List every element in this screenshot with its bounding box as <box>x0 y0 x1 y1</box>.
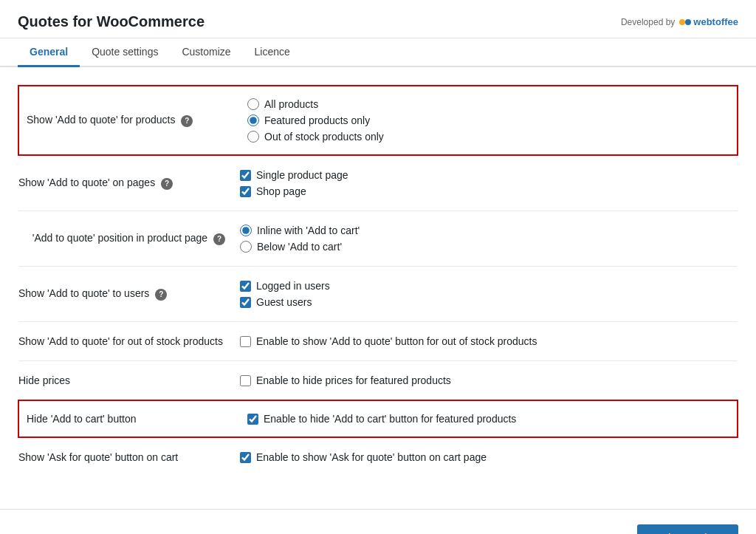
radio-input-all-products[interactable] <box>247 98 259 110</box>
footer-bar: Update settings <box>0 509 756 534</box>
radio-below-cart[interactable]: Below 'Add to cart' <box>240 241 738 253</box>
label-out-of-stock: Show 'Add to quote' for out of stock pro… <box>18 322 240 361</box>
checkbox-group-users: Logged in users Guest users <box>240 280 738 308</box>
setting-row-hide-prices: Hide prices Enable to hide prices for fe… <box>18 361 738 401</box>
tab-general[interactable]: General <box>18 38 80 67</box>
checkbox-group-pages: Single product page Shop page <box>240 169 738 197</box>
settings-content: Show 'Add to quote' for products ? All p… <box>0 67 756 494</box>
label-show-add-to-quote-products: Show 'Add to quote' for products ? <box>18 86 240 155</box>
developer-credit: Developed by webtoffee <box>621 16 738 29</box>
checkbox-input-guest[interactable] <box>240 297 251 308</box>
page-title: Quotes for WooCommerce <box>18 13 205 30</box>
radio-input-out-of-stock-products[interactable] <box>247 131 259 143</box>
checkbox-single-product-page[interactable]: Single product page <box>240 169 738 181</box>
radio-input-inline[interactable] <box>240 225 252 236</box>
radio-out-of-stock-products[interactable]: Out of stock products only <box>247 131 729 143</box>
tab-bar: General Quote settings Customize Licence <box>0 38 756 67</box>
checkbox-input-hide-add-to-cart[interactable] <box>247 414 258 425</box>
tab-quote-settings[interactable]: Quote settings <box>80 38 170 67</box>
checkbox-input-logged-in[interactable] <box>240 281 251 292</box>
checkbox-out-of-stock-enable[interactable]: Enable to show 'Add to quote' button for… <box>240 335 738 347</box>
label-show-on-pages: Show 'Add to quote' on pages ? <box>18 155 240 211</box>
setting-row-position: 'Add to quote' position in product page … <box>18 211 738 267</box>
checkbox-input-shop[interactable] <box>240 186 251 197</box>
page-header: Quotes for WooCommerce Developed by webt… <box>0 0 756 38</box>
control-hide-add-to-cart: Enable to hide 'Add to cart' button for … <box>240 400 738 437</box>
help-icon-show-on-pages[interactable]: ? <box>161 178 173 190</box>
tab-licence[interactable]: Licence <box>243 38 302 67</box>
checkbox-input-out-of-stock[interactable] <box>240 336 251 347</box>
svg-point-1 <box>685 19 691 25</box>
radio-group-products: All products Featured products only Out … <box>247 98 729 143</box>
control-position: Inline with 'Add to cart' Below 'Add to … <box>240 211 738 267</box>
checkbox-input-single-product[interactable] <box>240 170 251 181</box>
label-hide-add-to-cart: Hide 'Add to cart' button <box>18 400 240 437</box>
webtoffee-icon <box>678 16 692 29</box>
label-show-to-users: Show 'Add to quote' to users ? <box>18 267 240 322</box>
radio-all-products[interactable]: All products <box>247 98 729 110</box>
control-out-of-stock: Enable to show 'Add to quote' button for… <box>240 322 738 361</box>
checkbox-input-ask-for-quote-cart[interactable] <box>240 452 251 463</box>
checkbox-guest-users[interactable]: Guest users <box>240 296 738 308</box>
checkbox-ask-for-quote-cart-enable[interactable]: Enable to show 'Ask for quote' button on… <box>240 451 738 463</box>
radio-inline-with-cart[interactable]: Inline with 'Add to cart' <box>240 225 738 236</box>
setting-row-hide-add-to-cart: Hide 'Add to cart' button Enable to hide… <box>18 400 738 437</box>
help-icon-position[interactable]: ? <box>213 233 225 245</box>
checkbox-hide-prices-enable[interactable]: Enable to hide prices for featured produ… <box>240 374 738 386</box>
checkbox-hide-add-to-cart-enable[interactable]: Enable to hide 'Add to cart' button for … <box>247 413 729 425</box>
setting-row-show-on-pages: Show 'Add to quote' on pages ? Single pr… <box>18 155 738 211</box>
setting-row-out-of-stock: Show 'Add to quote' for out of stock pro… <box>18 322 738 361</box>
help-icon-show-to-users[interactable]: ? <box>155 289 167 301</box>
radio-input-below[interactable] <box>240 241 252 253</box>
radio-featured-products[interactable]: Featured products only <box>247 114 729 126</box>
tab-customize[interactable]: Customize <box>170 38 242 67</box>
setting-row-show-add-to-quote-products: Show 'Add to quote' for products ? All p… <box>18 86 738 155</box>
control-show-to-users: Logged in users Guest users <box>240 267 738 322</box>
webtoffee-logo: webtoffee <box>678 16 738 29</box>
setting-row-show-to-users: Show 'Add to quote' to users ? Logged in… <box>18 267 738 322</box>
svg-point-0 <box>679 19 685 25</box>
setting-row-ask-for-quote-cart: Show 'Ask for quote' button on cart Enab… <box>18 437 738 476</box>
label-hide-prices: Hide prices <box>18 361 240 401</box>
label-position: 'Add to quote' position in product page … <box>18 211 240 267</box>
settings-table: Show 'Add to quote' for products ? All p… <box>18 85 738 476</box>
control-show-on-pages: Single product page Shop page <box>240 155 738 211</box>
label-ask-for-quote-cart: Show 'Ask for quote' button on cart <box>18 437 240 476</box>
radio-input-featured-products[interactable] <box>247 114 259 126</box>
help-icon-show-add-to-quote-products[interactable]: ? <box>181 115 193 127</box>
control-hide-prices: Enable to hide prices for featured produ… <box>240 361 738 401</box>
checkbox-logged-in-users[interactable]: Logged in users <box>240 280 738 292</box>
checkbox-shop-page[interactable]: Shop page <box>240 185 738 197</box>
update-settings-button[interactable]: Update settings <box>637 524 738 534</box>
checkbox-input-hide-prices[interactable] <box>240 375 251 386</box>
control-show-add-to-quote-products: All products Featured products only Out … <box>240 86 738 155</box>
radio-group-position: Inline with 'Add to cart' Below 'Add to … <box>240 225 738 253</box>
control-ask-for-quote-cart: Enable to show 'Ask for quote' button on… <box>240 437 738 476</box>
